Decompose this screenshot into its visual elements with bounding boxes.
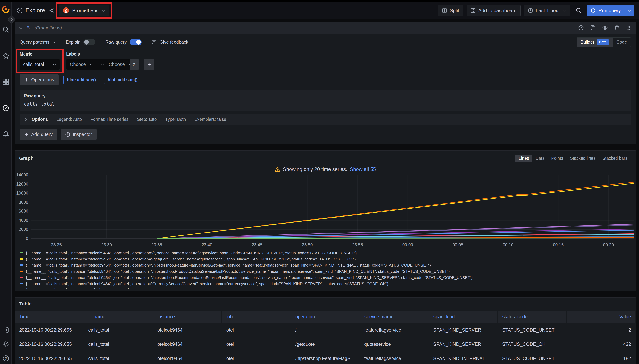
give-feedback-link[interactable]: Give feedback [151,40,188,45]
beta-badge: Beta [596,40,609,45]
label-key-select[interactable]: Choose [66,59,91,70]
query-row-header[interactable]: A (Prometheus) ? [15,22,636,34]
run-query-caret[interactable] [624,5,634,16]
chevron-right-icon [24,118,28,122]
time-series-chart[interactable]: 0200040006000800010000120001400023:2523:… [15,173,636,248]
labels-field: Labels Choose = Cho [66,52,154,70]
graph-mode-stacked-lines[interactable]: Stacked lines [566,154,599,162]
hint-button-1[interactable]: hint: add sum() [104,76,141,84]
svg-text:4000: 4000 [19,218,28,223]
zoom-out-time-icon[interactable] [574,6,584,15]
graph-mode-stacked-bars[interactable]: Stacked bars [599,154,631,162]
hide-query-eye-icon[interactable] [602,25,608,31]
svg-text:00:20: 00:20 [603,242,614,247]
legend-swatch [20,264,23,266]
options-collapsible[interactable]: Options Legend: AutoFormat: Time seriesS… [20,114,631,125]
explain-toggle[interactable] [84,39,96,45]
drag-handle-icon[interactable] [626,25,632,31]
run-query-button[interactable]: Run query [587,5,634,16]
raw-query-toggle[interactable] [130,39,142,45]
table-header-operation[interactable]: operation [291,310,360,323]
settings-gear-icon[interactable] [2,341,9,348]
svg-text:00:05: 00:05 [452,242,463,247]
top-black-strip [0,0,639,2]
star-icon[interactable] [2,52,9,59]
legend-swatch [20,271,23,272]
remove-label-filter-button[interactable]: X [130,59,138,70]
code-tab[interactable]: Code [612,38,631,46]
table-header-job[interactable]: job [222,310,291,323]
share-icon[interactable] [48,8,54,13]
table-header-spankind[interactable]: span_kind [429,310,498,323]
legend-item-1[interactable]: {__name__="calls_total", instance="otelc… [20,256,636,262]
legend-swatch [20,283,23,284]
inspector-button[interactable]: Inspector [61,129,96,140]
datasource-picker[interactable]: Prometheus [59,5,110,16]
label-value-select[interactable]: Choose [105,59,130,70]
query-patterns-dropdown[interactable]: Query patterns [20,40,56,45]
hint-button-0[interactable]: hint: add rate() [64,76,99,84]
graph-mode-bars[interactable]: Bars [532,154,548,162]
legend-label: {__name__="calls_total", instance="otelc… [26,269,450,274]
legend-item-3[interactable]: {__name__="calls_total", instance="otelc… [20,268,636,274]
svg-text:6000: 6000 [19,209,28,214]
graph-mode-lines[interactable]: Lines [515,154,532,162]
sign-in-icon[interactable] [2,326,9,333]
table-cell: otelcol:9464 [153,337,222,352]
table-header-statuscode[interactable]: status_code [498,310,566,323]
table-cell: STATUS_CODE_OK [498,337,566,352]
help-icon[interactable]: ? [2,355,9,362]
split-button[interactable]: Split [438,5,463,16]
metric-label: Metric [20,52,60,57]
alerting-bell-icon[interactable] [2,131,9,138]
builder-tab[interactable]: Builder Beta [577,38,612,46]
refresh-icon [590,8,596,13]
legend-item-clipped[interactable]: {__name__="calls_total", instance="otelc… [20,287,636,289]
delete-query-trash-icon[interactable] [614,25,620,31]
dashboards-icon[interactable] [2,78,9,85]
table-header-time[interactable]: Time [15,310,84,323]
table-header-name[interactable]: __name__ [84,310,153,323]
legend-swatch [20,252,23,254]
time-range-picker[interactable]: Last 1 hour [524,5,570,16]
add-to-dashboard-button[interactable]: Add to dashboard [466,5,520,16]
table-cell: 432 [566,337,636,352]
legend-item-5[interactable]: {__name__="calls_total", instance="otelc… [20,280,636,287]
split-icon [442,8,447,13]
metric-select[interactable]: calls_total [20,59,60,70]
sidebar-expand-button[interactable] [8,16,15,23]
table-header-value[interactable]: Value [566,310,636,323]
table-header-servicename[interactable]: service_name [360,310,429,323]
collapse-chevron-icon[interactable] [19,26,23,30]
operations-button[interactable]: Operations [20,74,58,85]
legend-item-0[interactable]: {__name__="calls_total", instance="otelc… [20,250,636,256]
legend-item-4[interactable]: {__name__="calls_total", instance="otelc… [20,274,636,280]
graph-panel: Graph LinesBarsPointsStacked linesStacke… [14,150,636,292]
graph-mode-points[interactable]: Points [548,154,566,162]
labels-label: Labels [66,52,154,57]
table-header-instance[interactable]: instance [153,310,222,323]
svg-text:23:50: 23:50 [302,242,313,247]
show-all-series-link[interactable]: Show all 55 [350,166,376,172]
table-cell: calls_total [84,323,153,337]
svg-text:?: ? [580,26,582,29]
table-cell: 182 [566,352,636,364]
chevron-down-icon [102,8,106,12]
add-label-filter-button[interactable] [144,59,154,70]
legend-item-2[interactable]: {__name__="calls_total", instance="otelc… [20,262,636,268]
dashboard-grid-icon [470,8,476,13]
explore-content: A (Prometheus) ? [12,19,639,364]
label-operator-select[interactable]: = [91,59,105,70]
add-query-button[interactable]: Add query [20,129,57,140]
table-row: 2022-10-16 00:22:29.655calls_totalotelco… [15,337,636,352]
grafana-logo[interactable] [2,5,10,14]
search-icon[interactable] [2,26,9,33]
table-cell: calls_total [84,352,153,364]
query-help-icon[interactable]: ? [578,25,584,31]
explore-nav-icon[interactable] [2,105,9,112]
duplicate-query-icon[interactable] [590,25,596,31]
svg-text:14000: 14000 [16,173,28,177]
legend-label: {__name__="calls_total", instance="otelc… [26,288,136,290]
datasource-name: Prometheus [72,8,98,14]
options-meta-item: Format: Time series [90,117,128,122]
